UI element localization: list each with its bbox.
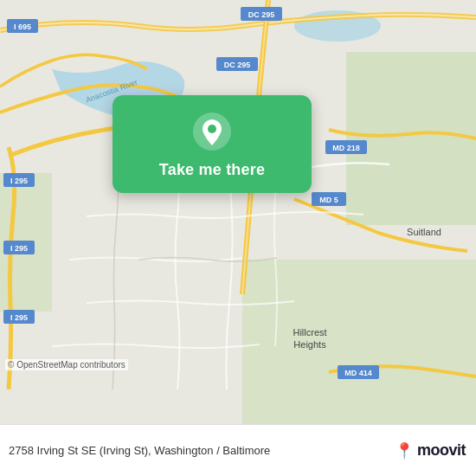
- svg-text:DC 295: DC 295: [224, 61, 251, 69]
- location-card: Take me there: [113, 95, 312, 193]
- svg-point-28: [208, 125, 216, 133]
- moovit-brand-name: moovit: [417, 441, 466, 460]
- location-pin-icon: [191, 111, 233, 152]
- svg-text:I 295: I 295: [10, 177, 28, 185]
- svg-text:MD 414: MD 414: [344, 369, 372, 377]
- moovit-pin-icon: 📍: [395, 441, 414, 460]
- take-me-there-button[interactable]: Take me there: [159, 161, 265, 179]
- svg-text:DC 295: DC 295: [248, 10, 275, 19]
- svg-text:I 695: I 695: [14, 23, 31, 31]
- svg-text:I 295: I 295: [10, 244, 28, 253]
- svg-text:I 295: I 295: [10, 313, 28, 322]
- copyright-text: © OpenStreetMap contributors: [5, 359, 128, 370]
- map-container: DC 295 DC 295 I 695 I 295 I 295 I 295 MD…: [0, 0, 476, 424]
- svg-rect-2: [346, 52, 476, 225]
- svg-text:MD 218: MD 218: [332, 144, 360, 152]
- svg-text:Suitland: Suitland: [407, 227, 441, 237]
- address-text: 2758 Irving St SE (Irving St), Washingto…: [9, 444, 395, 457]
- svg-text:Hillcrest: Hillcrest: [293, 327, 326, 338]
- info-bar: 2758 Irving St SE (Irving St), Washingto…: [0, 424, 476, 476]
- svg-text:MD 5: MD 5: [319, 196, 338, 204]
- svg-text:Heights: Heights: [293, 339, 326, 350]
- moovit-logo: 📍 moovit: [395, 441, 466, 460]
